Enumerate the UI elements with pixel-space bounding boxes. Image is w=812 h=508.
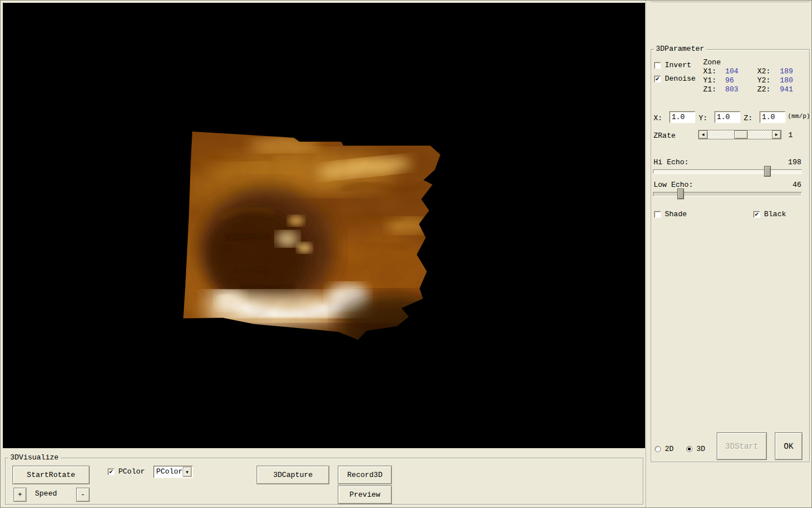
3dcapture-button[interactable]: 3DCapture [257, 466, 329, 484]
z-spacing-input[interactable] [760, 111, 785, 123]
zone-y2-label: Y2: [757, 76, 770, 85]
zrate-scroll-left-button[interactable]: ◄ [699, 130, 708, 139]
invert-checkbox[interactable] [654, 62, 661, 69]
pcolor-combobox-dropdown-button[interactable]: ▼ [183, 467, 192, 477]
zone-x1-value: 104 [725, 67, 738, 76]
speed-label: Speed [35, 489, 57, 498]
zone-z2-label: Z2: [757, 85, 770, 94]
record3d-button[interactable]: Record3D [338, 466, 392, 484]
hi-echo-slider-track[interactable] [653, 169, 802, 174]
check-icon: ✔ [755, 211, 759, 218]
zone-z1-value: 803 [725, 85, 738, 94]
y-spacing-input[interactable] [714, 111, 740, 123]
ok-button[interactable]: OK [775, 432, 802, 460]
shade-checkbox[interactable] [654, 211, 661, 218]
render-viewport[interactable] [3, 3, 645, 448]
denoise-label: Denoise [665, 75, 696, 83]
check-icon: ✔ [109, 468, 113, 475]
hi-echo-value: 198 [788, 158, 801, 167]
mode-3d-radio[interactable] [686, 446, 692, 452]
zone-z1-label: Z1: [703, 85, 716, 94]
hi-echo-slider-thumb[interactable] [764, 166, 771, 177]
x-spacing-input[interactable] [669, 111, 695, 123]
zrate-scrollbar[interactable]: ◄ ► [698, 130, 782, 139]
zone-z2-value: 941 [780, 85, 793, 94]
invert-label: Invert [665, 61, 691, 69]
shade-label: Shade [665, 210, 687, 218]
zone-x2-label: X2: [757, 67, 770, 76]
app-window: 3DParameter Invert ✔ Denoise Zone X1: 10… [0, 0, 812, 508]
pcolor-checkbox[interactable]: ✔ [108, 468, 114, 475]
pcolor-combobox-value: PColor [156, 467, 183, 476]
zrate-scroll-right-button[interactable]: ► [772, 130, 781, 139]
low-echo-label: Low Echo: [654, 181, 693, 189]
denoise-checkbox[interactable]: ✔ [654, 76, 661, 82]
preview-button[interactable]: Preview [338, 485, 392, 504]
zone-x1-label: X1: [703, 67, 716, 76]
visualize-groupbox-title: 3DVisualize [8, 453, 60, 462]
mode-2d-label: 2D [665, 445, 674, 453]
hi-echo-label: Hi Echo: [654, 158, 689, 167]
zone-label: Zone [703, 58, 721, 67]
z-spacing-label: Z: [744, 114, 753, 122]
low-echo-slider-thumb[interactable] [677, 189, 684, 199]
visualize-groupbox: 3DVisualize StartRotate ✔ PColor PColor … [5, 458, 643, 505]
ultrasound-volume-render [3, 3, 645, 448]
spacing-unit-label: (mm/p) [788, 112, 810, 121]
parameter-groupbox-title: 3DParameter [654, 45, 706, 54]
x-spacing-label: X: [654, 114, 663, 122]
3dstart-button[interactable]: 3DStart [717, 432, 767, 460]
parameter-panel: 3DParameter Invert ✔ Denoise Zone X1: 10… [646, 1, 812, 507]
parameter-groupbox: 3DParameter Invert ✔ Denoise Zone X1: 10… [651, 49, 810, 462]
mode-3d-label: 3D [696, 445, 705, 453]
low-echo-value: 46 [792, 181, 801, 189]
zrate-label: ZRate [654, 132, 676, 140]
speed-plus-button[interactable]: + [14, 488, 27, 502]
zone-y2-value: 180 [780, 76, 793, 85]
chevron-right-icon: ► [775, 133, 778, 137]
black-label: Black [764, 210, 786, 218]
start-rotate-button[interactable]: StartRotate [12, 466, 90, 484]
zone-y1-label: Y1: [703, 76, 716, 85]
panel-top-divider [650, 2, 810, 3]
mode-2d-radio[interactable] [655, 446, 661, 452]
speed-minus-button[interactable]: - [76, 488, 90, 502]
pcolor-label: PColor [118, 467, 145, 476]
black-checkbox[interactable]: ✔ [753, 211, 760, 218]
chevron-down-icon: ▼ [186, 470, 189, 475]
check-icon: ✔ [656, 76, 660, 82]
low-echo-slider-track[interactable] [653, 192, 802, 196]
zone-x2-value: 189 [780, 67, 793, 76]
pcolor-combobox[interactable]: PColor ▼ [153, 466, 193, 478]
zrate-scrollbar-thumb[interactable] [734, 130, 748, 139]
chevron-left-icon: ◄ [702, 133, 705, 137]
y-spacing-label: Y: [699, 114, 708, 122]
zrate-value: 1 [788, 131, 793, 139]
zone-y1-value: 96 [725, 76, 734, 85]
